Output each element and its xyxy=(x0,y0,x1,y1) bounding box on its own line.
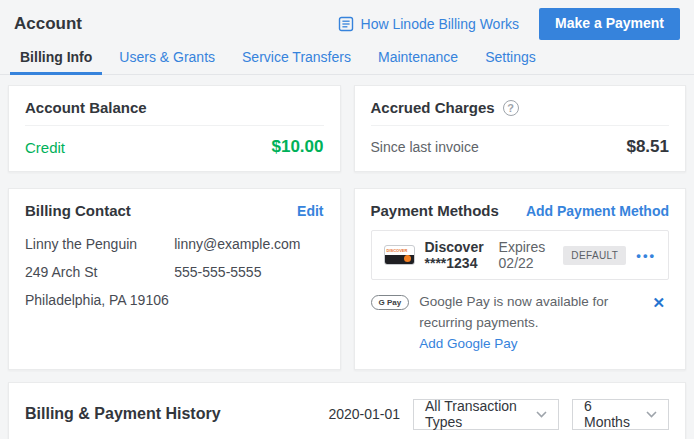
how-linode-billing-works-link[interactable]: How Linode Billing Works xyxy=(338,16,519,32)
page-title: Account xyxy=(14,14,82,34)
tab-users-grants[interactable]: Users & Grants xyxy=(107,42,227,74)
summary-cards-row: Account Balance Credit $10.00 Accrued Ch… xyxy=(8,85,686,172)
contact-phone: 555-555-5555 xyxy=(174,264,323,280)
make-payment-button[interactable]: Make a Payment xyxy=(539,8,680,39)
account-balance-header: Account Balance xyxy=(9,86,340,125)
billing-contact-body: Linny the Penguin 249 Arch St Philadelph… xyxy=(9,228,340,326)
google-pay-message-wrap: Google Pay is now available for recurrin… xyxy=(419,292,638,355)
top-bar: Account How Linode Billing Works Make a … xyxy=(0,0,694,42)
edit-contact-link[interactable]: Edit xyxy=(297,203,323,219)
tab-bar: Billing Info Users & Grants Service Tran… xyxy=(0,42,694,75)
google-pay-icon: G Pay xyxy=(371,295,410,310)
accrued-charges-title: Accrued Charges xyxy=(371,99,495,116)
payment-method-row: DISCOVER Discover ****1234 Expires 02/22… xyxy=(371,230,670,280)
account-balance-card: Account Balance Credit $10.00 xyxy=(8,85,341,172)
contact-address-column: Linny the Penguin 249 Arch St Philadelph… xyxy=(25,236,174,308)
contact-info-column: linny@example.com 555-555-5555 xyxy=(174,236,323,308)
tab-billing-info[interactable]: Billing Info xyxy=(8,42,104,74)
billing-history-card: Billing & Payment History 2020-01-01 All… xyxy=(8,382,686,439)
date-range-value: 6 Months xyxy=(584,398,636,430)
payment-methods-title: Payment Methods xyxy=(371,202,499,219)
accrued-amount: $8.51 xyxy=(626,137,669,157)
billing-contact-card: Billing Contact Edit Linny the Penguin 2… xyxy=(8,188,341,370)
payment-methods-header: Payment Methods Add Payment Method xyxy=(355,189,686,228)
billing-contact-title: Billing Contact xyxy=(25,202,131,219)
chevron-down-icon xyxy=(536,411,547,418)
contact-address-line1: 249 Arch St xyxy=(25,264,174,280)
accrued-charges-row: Since last invoice $8.51 xyxy=(355,126,686,171)
detail-cards-row: Billing Contact Edit Linny the Penguin 2… xyxy=(8,188,686,370)
chevron-down-icon xyxy=(646,411,657,418)
accrued-charges-title-wrap: Accrued Charges ? xyxy=(371,99,519,116)
billing-contact-header: Billing Contact Edit xyxy=(9,189,340,228)
tab-settings[interactable]: Settings xyxy=(473,42,548,74)
accrued-charges-header: Accrued Charges ? xyxy=(355,86,686,125)
account-page: Account How Linode Billing Works Make a … xyxy=(0,0,694,439)
contact-email: linny@example.com xyxy=(174,236,323,252)
contact-name: Linny the Penguin xyxy=(25,236,174,252)
google-pay-notice: G Pay Google Pay is now available for re… xyxy=(371,292,670,355)
card-actions-menu-icon[interactable]: ••• xyxy=(636,248,656,263)
add-payment-method-link[interactable]: Add Payment Method xyxy=(526,203,669,219)
history-date-filter[interactable]: 2020-01-01 xyxy=(328,406,400,422)
credit-amount: $10.00 xyxy=(272,137,324,157)
card-number-label: Discover ****1234 xyxy=(425,239,487,271)
billing-history-header: Billing & Payment History 2020-01-01 All… xyxy=(9,383,685,439)
add-google-pay-link[interactable]: Add Google Pay xyxy=(419,336,517,351)
default-badge: DEFAULT xyxy=(563,246,626,265)
google-pay-message: Google Pay is now available for recurrin… xyxy=(419,294,608,330)
date-range-select[interactable]: 6 Months xyxy=(572,399,669,430)
billing-history-title: Billing & Payment History xyxy=(25,405,221,423)
discover-card-dot xyxy=(404,255,411,262)
tab-maintenance[interactable]: Maintenance xyxy=(366,42,470,74)
since-last-invoice-label: Since last invoice xyxy=(371,139,479,155)
discover-card-icon-text: DISCOVER xyxy=(387,248,408,253)
account-balance-row: Credit $10.00 xyxy=(9,126,340,171)
card-expiry-label: Expires 02/22 xyxy=(499,239,546,271)
contact-address-line2: Philadelphia, PA 19106 xyxy=(25,292,174,308)
document-icon xyxy=(338,16,354,32)
accrued-charges-card: Accrued Charges ? Since last invoice $8.… xyxy=(354,85,687,172)
account-balance-title: Account Balance xyxy=(25,99,147,116)
close-icon[interactable]: ✕ xyxy=(648,292,669,314)
credit-label: Credit xyxy=(25,139,65,156)
discover-card-icon: DISCOVER xyxy=(384,245,415,265)
payment-methods-card: Payment Methods Add Payment Method DISCO… xyxy=(354,188,687,370)
help-icon[interactable]: ? xyxy=(503,100,519,116)
tab-service-transfers[interactable]: Service Transfers xyxy=(230,42,363,74)
how-linode-billing-works-label: How Linode Billing Works xyxy=(361,16,519,32)
transaction-type-select[interactable]: All Transaction Types xyxy=(413,399,559,430)
transaction-type-value: All Transaction Types xyxy=(425,398,526,430)
top-bar-actions: How Linode Billing Works Make a Payment xyxy=(338,8,680,39)
